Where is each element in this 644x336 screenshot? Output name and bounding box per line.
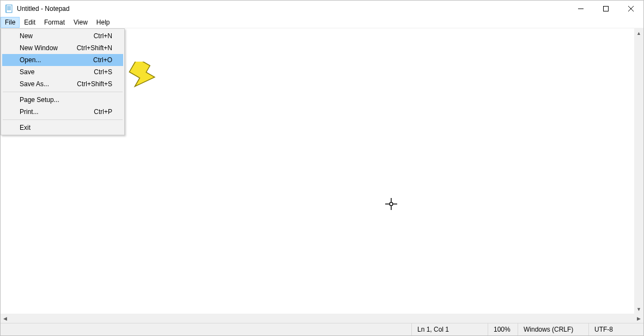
menu-edit-label: Edit [24,19,35,26]
file-menu-new-label: New [20,32,94,40]
vertical-scrollbar[interactable]: ▲ ▼ [634,28,643,314]
file-menu-new-window-label: New Window [20,44,77,52]
status-zoom-text: 100% [494,326,511,333]
status-bar: Ln 1, Col 1 100% Windows (CRLF) UTF-8 [1,323,643,335]
menu-file-label: File [5,19,15,26]
file-menu-open-label: Open... [20,56,93,64]
file-menu-save-as-shortcut: Ctrl+Shift+S [77,80,112,88]
file-menu-new-window[interactable]: New Window Ctrl+Shift+N [2,42,123,54]
file-menu-page-setup[interactable]: Page Setup... [2,94,123,106]
menu-format[interactable]: Format [40,17,69,28]
file-menu-save-label: Save [20,68,94,76]
file-menu-page-setup-label: Page Setup... [20,96,112,104]
svg-rect-7 [604,7,609,11]
file-menu-new-window-shortcut: Ctrl+Shift+N [77,44,112,52]
status-position: Ln 1, Col 1 [412,323,488,335]
status-line-ending-text: Windows (CRLF) [524,326,573,333]
file-menu-dropdown: New Ctrl+N New Window Ctrl+Shift+N Open.… [1,28,125,135]
notepad-window: Untitled - Notepad File Edit Format View… [0,0,644,336]
status-zoom: 100% [488,323,518,335]
notepad-icon [5,4,14,13]
menu-help-label: Help [96,19,110,26]
file-menu-save[interactable]: Save Ctrl+S [2,66,123,78]
file-menu-open[interactable]: Open... Ctrl+O [2,54,123,66]
title-bar: Untitled - Notepad [1,1,643,17]
file-menu-print-shortcut: Ctrl+P [94,108,112,116]
scroll-right-icon[interactable]: ▶ [634,314,643,323]
file-menu-open-shortcut: Ctrl+O [93,56,112,64]
menu-bar: File Edit Format View Help [1,17,643,28]
file-menu-save-shortcut: Ctrl+S [94,68,112,76]
horizontal-scrollbar[interactable]: ◀ ▶ [1,314,643,323]
status-position-text: Ln 1, Col 1 [417,326,449,333]
menu-format-label: Format [44,19,65,26]
menu-separator [3,92,123,92]
file-menu-save-as[interactable]: Save As... Ctrl+Shift+S [2,78,123,90]
minimize-button[interactable] [568,1,593,17]
menu-help[interactable]: Help [92,17,114,28]
scroll-down-icon[interactable]: ▼ [634,304,643,314]
file-menu-print[interactable]: Print... Ctrl+P [2,106,123,118]
menu-view-label: View [74,19,88,26]
menu-edit[interactable]: Edit [20,17,40,28]
maximize-button[interactable] [593,1,618,17]
file-menu-exit[interactable]: Exit [2,122,123,134]
file-menu-new-shortcut: Ctrl+N [94,32,112,40]
menu-file[interactable]: File [1,17,20,28]
status-encoding-text: UTF-8 [594,326,613,333]
file-menu-print-label: Print... [20,108,94,116]
window-title: Untitled - Notepad [17,5,70,13]
scroll-up-icon[interactable]: ▲ [634,28,643,38]
svg-rect-5 [5,5,7,13]
menu-separator [3,119,123,120]
status-spacer [1,323,412,335]
file-menu-exit-label: Exit [20,124,112,131]
menu-view[interactable]: View [69,17,92,28]
file-menu-new[interactable]: New Ctrl+N [2,30,123,42]
file-menu-save-as-label: Save As... [20,80,77,88]
scroll-left-icon[interactable]: ◀ [1,314,10,323]
status-encoding: UTF-8 [589,323,643,335]
close-button[interactable] [618,1,643,17]
status-line-ending: Windows (CRLF) [518,323,589,335]
